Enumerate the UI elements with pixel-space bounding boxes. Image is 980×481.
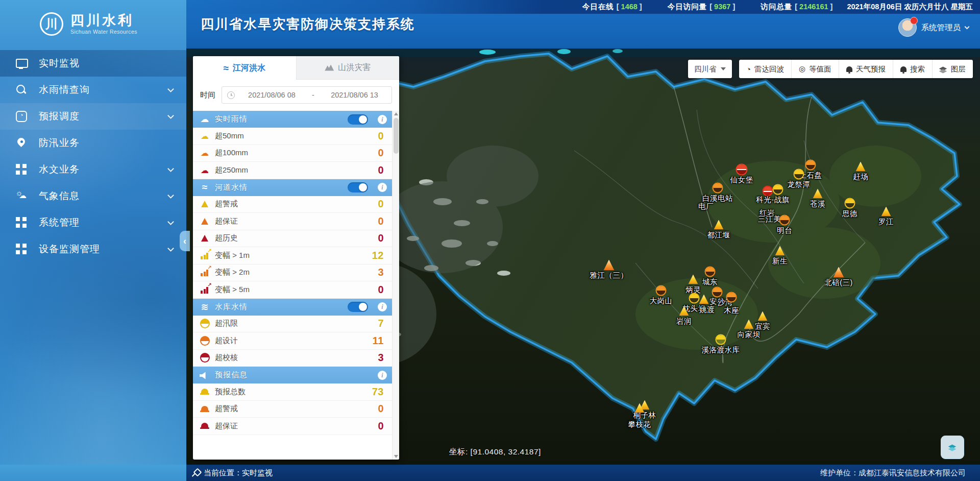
marker-label: 赶场 bbox=[853, 172, 868, 182]
stat-row[interactable]: 超250mm0 bbox=[193, 162, 392, 179]
stat-row[interactable]: 变幅 > 5m0 bbox=[193, 281, 392, 299]
stat-row-label: 预报总数 bbox=[215, 387, 367, 397]
info-icon[interactable]: i bbox=[378, 183, 387, 192]
pushpin-icon bbox=[192, 469, 200, 476]
weather-icon bbox=[15, 190, 28, 202]
layer-toggle[interactable] bbox=[348, 302, 368, 312]
logo-subtitle: Sichuan Water Resources bbox=[70, 29, 137, 35]
sidebar-item-system-management[interactable]: 系统管理 bbox=[0, 209, 186, 236]
marker-label: 龙祭潭 bbox=[788, 180, 811, 189]
monitor-icon bbox=[15, 57, 28, 69]
caret-down-icon bbox=[721, 67, 726, 70]
stat-row[interactable]: 变幅 > 1m12 bbox=[193, 247, 392, 264]
time-range-input[interactable]: 2021/08/06 08 - 2021/08/06 13 bbox=[222, 86, 392, 104]
stat-value: 1468 bbox=[621, 3, 638, 11]
stat-row-value: 0 bbox=[378, 284, 386, 296]
chevron-down-icon bbox=[965, 24, 970, 29]
user-menu[interactable]: 系统管理员 bbox=[898, 18, 969, 37]
stat-row[interactable]: 超历史0 bbox=[193, 230, 392, 248]
marker-half-yellow-icon bbox=[773, 184, 783, 195]
stat-row[interactable]: 超警戒0 bbox=[193, 401, 392, 418]
stat-row-value: 11 bbox=[373, 335, 386, 347]
section-header: 实时雨情i bbox=[193, 111, 392, 128]
res-icon bbox=[200, 336, 210, 346]
marker-half-red-icon bbox=[736, 164, 748, 176]
stat-row[interactable]: 预报总数73 bbox=[193, 383, 392, 401]
sidebar-item-label: 实时监视 bbox=[39, 57, 173, 70]
marker-label: 电厂 bbox=[698, 202, 714, 211]
stat-row[interactable]: 变幅 > 2m3 bbox=[193, 264, 392, 282]
marker-half-yellow-icon bbox=[845, 198, 855, 209]
stat-row[interactable]: 超保证0 bbox=[193, 418, 392, 435]
sidebar-item-meteorology[interactable]: 气象信息 bbox=[0, 183, 186, 209]
layer-toggle[interactable] bbox=[348, 114, 368, 125]
header-stats-strip: 今日在线 [ 1468 ]今日访问量 [ 9367 ]访问总量 [ 214616… bbox=[186, 0, 980, 14]
grid4-icon bbox=[15, 243, 28, 255]
info-icon[interactable]: i bbox=[378, 302, 387, 311]
stat-row[interactable]: 超汛限7 bbox=[193, 316, 392, 333]
bell-icon bbox=[900, 66, 906, 72]
map-control-iso[interactable]: 等值面 bbox=[791, 60, 839, 78]
map-control-layers[interactable]: 图层 bbox=[932, 60, 973, 78]
bell-icon bbox=[846, 66, 852, 72]
basemap-button[interactable] bbox=[941, 436, 964, 459]
info-icon[interactable]: i bbox=[378, 371, 387, 380]
res-icon bbox=[200, 319, 210, 328]
scroll-up-icon[interactable] bbox=[394, 112, 398, 115]
stat-row[interactable]: 超警戒0 bbox=[193, 196, 392, 213]
wave-icon: ≈ bbox=[224, 63, 229, 73]
marker-half-orange-icon bbox=[779, 215, 790, 226]
iso-icon bbox=[799, 64, 805, 74]
sidebar-item-device-monitor[interactable]: 设备监测管理 bbox=[0, 236, 186, 262]
stat-label: 今日在线 bbox=[582, 3, 617, 11]
header-stats: 今日在线 [ 1468 ]今日访问量 [ 9367 ]访问总量 [ 214616… bbox=[571, 2, 834, 12]
sidebar-item-water-rain-query[interactable]: 水雨情查询 bbox=[0, 77, 186, 103]
sidebar-collapse-handle[interactable]: ‹ bbox=[180, 231, 190, 251]
region-selector[interactable]: 四川省 bbox=[688, 60, 732, 78]
sidebar-item-hydrology[interactable]: 水文业务 bbox=[0, 156, 186, 183]
panel-scrollbar[interactable] bbox=[392, 111, 399, 460]
stat-row[interactable]: 超保证0 bbox=[193, 213, 392, 230]
header-date: 2021年08月06日 农历六月廿八 星期五 bbox=[847, 2, 973, 12]
chevron-down-icon bbox=[167, 245, 174, 252]
chevron-down-icon bbox=[167, 112, 174, 119]
tab-mountain-flood[interactable]: 山洪灾害 bbox=[296, 56, 400, 80]
scroll-thumb[interactable] bbox=[394, 118, 399, 154]
siren-icon bbox=[200, 388, 210, 395]
tab-river-flood[interactable]: ≈ 江河洪水 bbox=[193, 56, 296, 80]
chevron-down-icon bbox=[167, 219, 174, 225]
stat-row[interactable]: 超校核3 bbox=[193, 350, 392, 367]
chevron-down-icon bbox=[167, 86, 174, 92]
sidebar-item-flood-control[interactable]: 防汛业务 bbox=[0, 130, 186, 156]
header: 今日在线 [ 1468 ]今日访问量 [ 9367 ]访问总量 [ 214616… bbox=[186, 0, 980, 49]
marker-label: 城东 bbox=[702, 277, 718, 287]
stat-row[interactable]: 超50mm0 bbox=[193, 128, 392, 145]
stat-row[interactable]: 超设计11 bbox=[193, 332, 392, 350]
map-control-bell[interactable]: 搜索 bbox=[893, 60, 932, 78]
map-control-label: 搜索 bbox=[910, 64, 925, 74]
river-icon bbox=[200, 182, 210, 193]
map-control-radar[interactable]: 雷达回波 bbox=[739, 60, 791, 78]
stat-row-value: 0 bbox=[378, 198, 386, 210]
map-control-bell[interactable]: 天气预报 bbox=[839, 60, 893, 78]
map-toolbar: 雷达回波等值面天气预报搜索图层 bbox=[739, 60, 973, 78]
stat-row-value: 0 bbox=[378, 420, 386, 432]
scroll-down-icon[interactable] bbox=[394, 455, 398, 458]
stat-bracket: ] bbox=[638, 3, 642, 11]
maintainer-label: 维护单位：成都江泰讯安信息技术有限公司 bbox=[820, 468, 966, 478]
tri-icon bbox=[200, 201, 210, 207]
panel-tabs: ≈ 江河洪水 山洪灾害 bbox=[193, 56, 399, 80]
info-icon[interactable]: i bbox=[378, 115, 387, 124]
stat-row-value: 73 bbox=[372, 386, 386, 398]
sidebar-item-realtime-monitor[interactable]: 实时监视 bbox=[0, 50, 186, 77]
sidebar-item-forecast-dispatch[interactable]: 预报调度 bbox=[0, 103, 186, 130]
stat-row-value: 0 bbox=[378, 403, 386, 415]
layer-toggle[interactable] bbox=[348, 182, 368, 193]
stat-row[interactable]: 超100mm0 bbox=[193, 145, 392, 162]
stat-bracket: ] bbox=[730, 3, 735, 11]
stat-row-value: 0 bbox=[378, 232, 386, 244]
stat-bracket: ] bbox=[828, 3, 833, 11]
stat-bracket: [ bbox=[795, 3, 799, 11]
speaker-icon bbox=[200, 372, 210, 380]
stat-row-value: 7 bbox=[378, 318, 386, 329]
